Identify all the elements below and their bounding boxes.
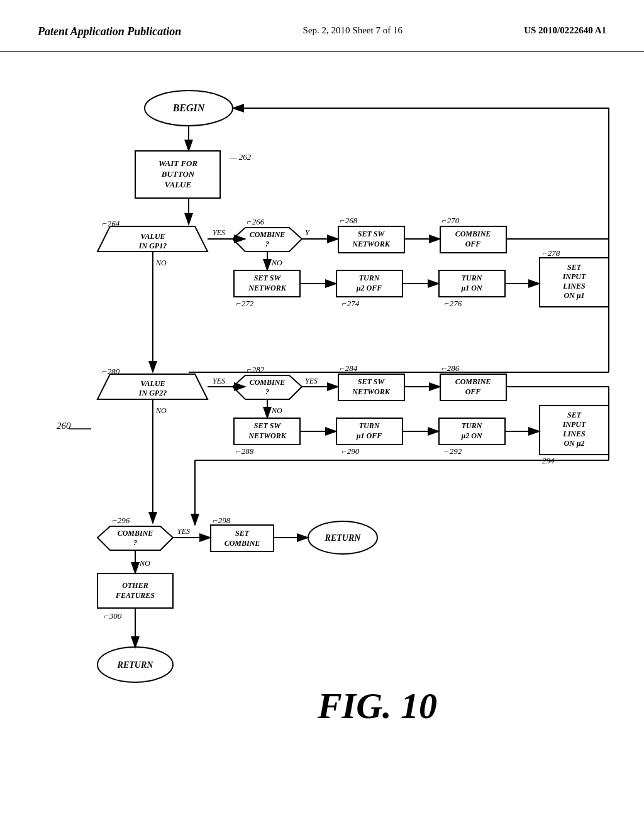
svg-text:LINES: LINES	[562, 282, 586, 290]
svg-text:⌐286: ⌐286	[441, 363, 460, 373]
svg-text:FIG. 10: FIG. 10	[317, 685, 437, 726]
svg-text:⌐282: ⌐282	[247, 365, 265, 374]
svg-text:SET SW: SET SW	[254, 274, 282, 282]
flowchart-diagram: BEGIN WAIT FOR BUTTON VALUE — 262 VALUE …	[0, 58, 644, 812]
svg-text:TURN: TURN	[359, 421, 380, 430]
svg-text:⌐264: ⌐264	[102, 219, 120, 228]
svg-text:BUTTON: BUTTON	[161, 169, 195, 179]
svg-text:NETWORK: NETWORK	[248, 431, 286, 440]
svg-text:⌐270: ⌐270	[441, 216, 460, 225]
svg-text:COMBINE: COMBINE	[455, 230, 491, 238]
svg-text:— 262: — 262	[229, 152, 252, 162]
svg-text:TURN: TURN	[462, 421, 483, 430]
svg-text:NO: NO	[155, 258, 167, 267]
svg-text:WAIT FOR: WAIT FOR	[158, 158, 198, 168]
svg-text:FEATURES: FEATURES	[115, 591, 155, 600]
svg-text:OFF: OFF	[465, 240, 481, 248]
svg-text:RETURN: RETURN	[117, 660, 154, 670]
svg-text:YES: YES	[305, 377, 318, 385]
page-header: Patent Application Publication Sep. 2, 2…	[0, 0, 644, 52]
svg-text:YES: YES	[213, 228, 225, 237]
svg-text:⌐288: ⌐288	[236, 446, 254, 456]
svg-text:⌐272: ⌐272	[236, 299, 254, 308]
svg-text:⌐274: ⌐274	[341, 299, 360, 308]
svg-text:VALUE: VALUE	[165, 180, 192, 189]
svg-text:⌐278: ⌐278	[542, 248, 560, 258]
svg-text:SET: SET	[567, 263, 582, 272]
svg-text:SET SW: SET SW	[358, 377, 386, 386]
svg-text:RETURN: RETURN	[325, 533, 362, 543]
svg-text:µ1 ON: µ1 ON	[460, 284, 483, 292]
svg-text:SET: SET	[567, 411, 582, 419]
svg-text:LINES: LINES	[562, 429, 586, 438]
svg-text:µ2 OFF: µ2 OFF	[356, 284, 382, 292]
svg-text:?: ?	[265, 387, 269, 396]
svg-text:IN GP2?: IN GP2?	[138, 389, 167, 397]
svg-text:⌐298: ⌐298	[213, 516, 231, 525]
publication-label: Patent Application Publication	[38, 25, 181, 38]
svg-text:⌐280: ⌐280	[102, 367, 120, 376]
svg-text:Y: Y	[305, 228, 310, 237]
svg-text:⌐276: ⌐276	[444, 299, 462, 308]
svg-text:ON µ2: ON µ2	[564, 439, 584, 448]
svg-text:COMBINE: COMBINE	[455, 377, 491, 386]
svg-text:YES: YES	[213, 377, 225, 385]
svg-text:COMBINE: COMBINE	[118, 529, 153, 538]
svg-text:NO: NO	[271, 406, 282, 415]
svg-text:⌐266: ⌐266	[247, 217, 265, 226]
sheet-info: Sep. 2, 2010 Sheet 7 of 16	[303, 25, 402, 36]
svg-text:BEGIN: BEGIN	[172, 102, 206, 113]
svg-text:COMBINE: COMBINE	[250, 378, 286, 387]
svg-text:⌐284: ⌐284	[340, 363, 358, 373]
svg-text:NO: NO	[139, 559, 150, 568]
svg-text:?: ?	[133, 538, 137, 547]
svg-text:NO: NO	[155, 406, 167, 415]
svg-text:IN GP1?: IN GP1?	[138, 241, 167, 250]
svg-text:SET SW: SET SW	[358, 230, 386, 238]
svg-text:⌐296: ⌐296	[112, 516, 130, 525]
svg-text:NO: NO	[271, 258, 282, 267]
svg-text:NETWORK: NETWORK	[248, 284, 286, 292]
svg-text:260: 260	[57, 421, 71, 431]
svg-text:NETWORK: NETWORK	[352, 387, 390, 396]
svg-text:µ2 ON: µ2 ON	[460, 431, 483, 440]
svg-text:NETWORK: NETWORK	[352, 240, 390, 248]
svg-text:⌐292: ⌐292	[444, 446, 462, 456]
patent-number: US 2010/0222640 A1	[524, 25, 606, 36]
svg-text:INPUT: INPUT	[562, 272, 586, 281]
svg-text:VALUE: VALUE	[140, 379, 165, 388]
svg-text:COMBINE: COMBINE	[250, 230, 286, 239]
svg-text:SET SW: SET SW	[254, 421, 282, 430]
svg-text:INPUT: INPUT	[562, 420, 586, 429]
svg-text:OFF: OFF	[465, 387, 481, 396]
svg-text:⌐300: ⌐300	[104, 611, 122, 621]
svg-text:YES: YES	[177, 527, 190, 536]
svg-text:TURN: TURN	[462, 274, 483, 282]
page: Patent Application Publication Sep. 2, 2…	[0, 0, 644, 830]
svg-text:OTHER: OTHER	[122, 581, 148, 590]
svg-text:SET: SET	[235, 529, 250, 538]
svg-text:VALUE: VALUE	[140, 232, 165, 241]
svg-text:COMBINE: COMBINE	[225, 539, 260, 548]
svg-text:⌐290: ⌐290	[341, 446, 360, 456]
svg-text:?: ?	[265, 240, 269, 248]
svg-text:ON µ1: ON µ1	[564, 291, 584, 300]
svg-text:⌐268: ⌐268	[340, 216, 358, 225]
flowchart-svg: BEGIN WAIT FOR BUTTON VALUE — 262 VALUE …	[0, 58, 644, 812]
svg-text:TURN: TURN	[359, 274, 380, 282]
svg-text:µ1 OFF: µ1 OFF	[356, 431, 382, 440]
